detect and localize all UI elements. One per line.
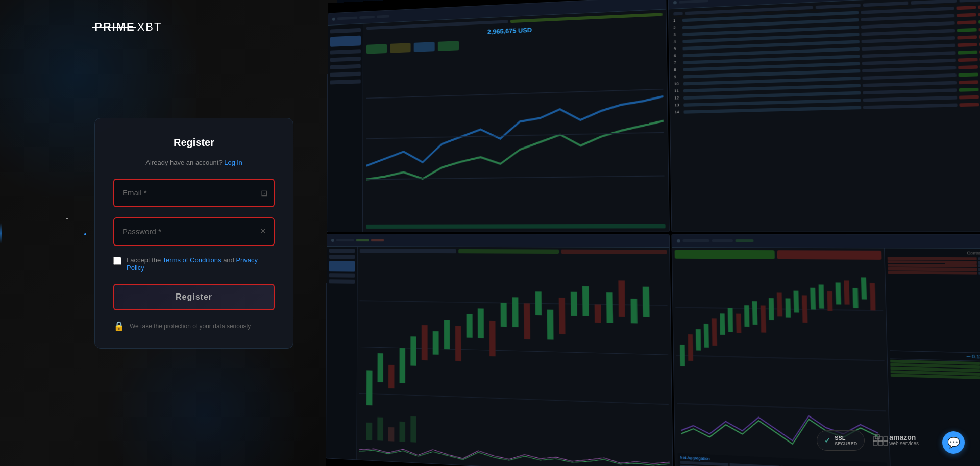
form-title: Register <box>113 137 275 149</box>
svg-rect-9 <box>400 348 406 383</box>
trust-badges: ✓ SSL SECURED amazon web services <box>817 430 919 451</box>
logo-xbt: XBT <box>137 20 162 34</box>
screen-header-4 <box>672 234 980 249</box>
svg-line-0 <box>366 89 664 99</box>
password-group: 👁 <box>113 217 275 246</box>
svg-rect-23 <box>559 298 566 334</box>
email-icon: ⊡ <box>261 188 267 198</box>
terms-checkbox[interactable] <box>113 257 121 265</box>
svg-rect-62 <box>869 283 875 310</box>
svg-rect-34 <box>399 422 405 442</box>
password-visibility-icon[interactable]: 👁 <box>259 227 267 236</box>
svg-rect-47 <box>744 305 749 327</box>
svg-rect-50 <box>768 298 774 320</box>
svg-rect-29 <box>630 299 637 323</box>
svg-rect-53 <box>793 291 799 313</box>
svg-rect-59 <box>844 280 849 304</box>
email-input[interactable] <box>113 179 275 207</box>
login-prompt: Already have an account? Log in <box>113 159 275 166</box>
svg-rect-54 <box>802 295 807 323</box>
trading-screens-background: 2,965,675 USD <box>326 0 980 466</box>
svg-rect-15 <box>467 314 473 338</box>
svg-rect-68 <box>884 437 888 441</box>
terms-text: I accept the Terms of Conditions and Pri… <box>127 256 275 272</box>
logo: PRIME XBT <box>94 20 162 34</box>
svg-rect-40 <box>688 334 693 361</box>
svg-rect-7 <box>378 353 384 382</box>
svg-rect-19 <box>512 297 518 327</box>
svg-rect-6 <box>366 370 373 405</box>
svg-rect-11 <box>422 325 428 360</box>
screen-market-data: 1 2 3 4 5 6 7 8 9 10 11 12 13 14 <box>668 0 980 232</box>
email-group: ⊡ <box>113 179 275 207</box>
svg-rect-61 <box>861 277 866 299</box>
screen-header-3 <box>327 234 669 248</box>
svg-rect-26 <box>595 304 601 323</box>
svg-rect-13 <box>444 320 450 349</box>
svg-rect-41 <box>696 329 701 351</box>
svg-rect-58 <box>835 283 841 305</box>
svg-rect-39 <box>680 345 685 366</box>
screen-trading-chart <box>326 234 673 466</box>
aws-icon <box>873 434 888 446</box>
svg-rect-25 <box>582 286 589 316</box>
svg-line-5 <box>359 393 669 404</box>
svg-line-38 <box>676 403 886 411</box>
svg-rect-49 <box>760 306 766 333</box>
svg-rect-57 <box>827 291 832 311</box>
register-button[interactable]: Register <box>113 284 275 310</box>
svg-rect-45 <box>727 308 732 332</box>
login-prompt-text: Already have an account? <box>145 159 222 166</box>
logo-prime: PRIME <box>94 20 135 34</box>
svg-rect-30 <box>643 287 650 317</box>
terms-checkbox-row: I accept the Terms of Conditions and Pri… <box>113 256 275 272</box>
svg-rect-51 <box>776 293 782 317</box>
svg-rect-27 <box>606 292 613 323</box>
svg-rect-48 <box>752 301 757 325</box>
svg-rect-8 <box>388 365 395 388</box>
svg-rect-52 <box>785 298 791 317</box>
data-protection-row: 🔒 We take the protection of your data se… <box>113 321 275 332</box>
terms-link[interactable]: Terms of Conditions <box>163 256 222 264</box>
svg-rect-69 <box>884 441 888 445</box>
dot-indicator-2 <box>66 218 68 219</box>
lock-icon: 🔒 <box>113 321 125 332</box>
data-protection-text: We take the protection of your data seri… <box>130 323 251 330</box>
svg-line-4 <box>359 347 668 355</box>
logo-prime-text: PRIME <box>94 20 135 34</box>
svg-rect-12 <box>433 331 439 355</box>
svg-rect-17 <box>489 321 495 356</box>
svg-rect-67 <box>878 441 883 445</box>
ssl-text: SSL SECURED <box>835 435 857 446</box>
svg-rect-31 <box>366 423 372 440</box>
ssl-badge: ✓ SSL SECURED <box>817 430 865 451</box>
svg-rect-18 <box>501 303 507 327</box>
svg-rect-20 <box>524 303 530 339</box>
svg-rect-10 <box>410 336 416 366</box>
svg-rect-28 <box>618 280 625 317</box>
svg-rect-33 <box>388 427 395 442</box>
svg-rect-24 <box>571 292 577 316</box>
svg-rect-35 <box>410 416 416 442</box>
svg-rect-16 <box>478 308 484 338</box>
chat-button[interactable]: 💬 <box>942 431 965 454</box>
svg-line-37 <box>676 355 885 361</box>
svg-rect-22 <box>547 310 554 340</box>
aws-badge: amazon web services <box>873 434 919 447</box>
svg-rect-32 <box>377 417 383 440</box>
ssl-check-icon: ✓ <box>824 436 830 445</box>
svg-rect-46 <box>736 314 741 333</box>
screen-dashboard: 2,965,675 USD <box>327 0 669 232</box>
svg-rect-60 <box>852 288 858 308</box>
svg-rect-42 <box>703 324 708 348</box>
svg-rect-43 <box>712 318 717 346</box>
svg-rect-44 <box>720 313 725 335</box>
svg-line-2 <box>366 176 664 180</box>
password-input[interactable] <box>113 217 275 246</box>
edge-stripe <box>0 223 2 243</box>
login-link[interactable]: Log in <box>224 159 242 166</box>
dot-indicator-1 <box>84 233 86 235</box>
aws-logo: amazon web services <box>873 434 919 446</box>
register-form: Register Already have an account? Log in… <box>94 118 293 349</box>
svg-rect-56 <box>818 284 824 308</box>
